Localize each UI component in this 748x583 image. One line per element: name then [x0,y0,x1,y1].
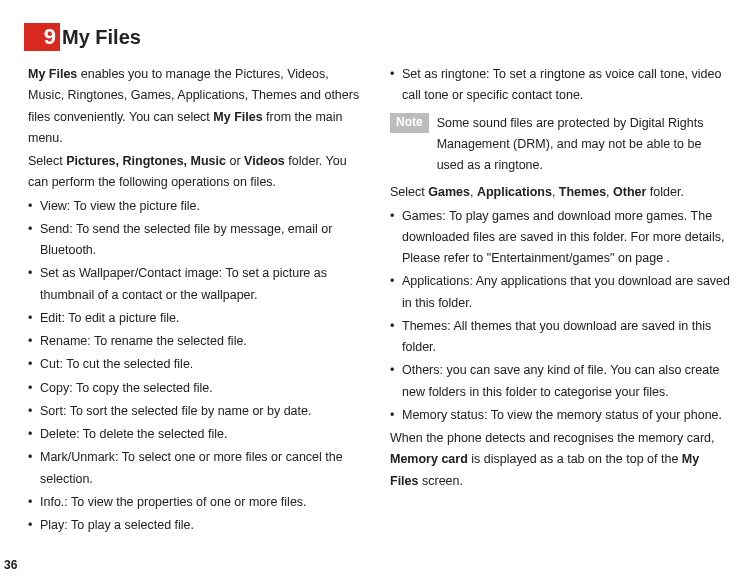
list-item: Others: you can save any kind of file. Y… [390,360,730,403]
select2-bold-4: Other [613,185,646,199]
chapter-number-badge: 9 [24,23,60,51]
closing-bold-1: Memory card [390,452,468,466]
note-text: Some sound files are protected by Digita… [429,113,730,177]
list-item: Send: To send the selected file by messa… [28,219,368,262]
select2-text-2: , [470,185,477,199]
select-paragraph-1: Select Pictures, Ringtones, Music or Vid… [28,151,368,194]
list-item: Set as Wallpaper/Contact image: To set a… [28,263,368,306]
select2-bold-3: Themes [559,185,606,199]
closing-paragraph: When the phone detects and recognises th… [390,428,730,492]
list-item: Delete: To delete the selected file. [28,424,368,445]
select-bold-1: Pictures, Ringtones, Music [66,154,226,168]
body-columns: My Files enables you to manage the Pictu… [28,64,730,564]
intro-bold-1: My Files [28,67,77,81]
list-item: Mark/Unmark: To select one or more files… [28,447,368,490]
select-paragraph-2: Select Games, Applications, Themes, Othe… [390,182,730,203]
list-item: Applications: Any applications that you … [390,271,730,314]
closing-text-2: is displayed as a tab on the top of the [468,452,682,466]
chapter-header: 9 My Files [24,20,730,54]
select-text-1: Select [28,154,66,168]
intro-paragraph: My Files enables you to manage the Pictu… [28,64,368,149]
intro-bold-2: My Files [213,110,262,124]
select2-bold-1: Games [428,185,470,199]
select2-text-5: folder. [646,185,684,199]
list-item: Rename: To rename the selected file. [28,331,368,352]
select2-text-3: , [552,185,559,199]
closing-text-3: screen. [419,474,463,488]
list-item: View: To view the picture file. [28,196,368,217]
list-item: Games: To play games and download more g… [390,206,730,270]
chapter-title: My Files [62,20,141,54]
select2-text-1: Select [390,185,428,199]
list-item: Play: To play a selected file. [28,515,368,536]
list-item: Cut: To cut the selected file. [28,354,368,375]
list-item: Info.: To view the properties of one or … [28,492,368,513]
select2-text-4: , [606,185,613,199]
note-box: Note Some sound files are protected by D… [390,113,730,177]
list-item: Copy: To copy the selected file. [28,378,368,399]
list-item: Edit: To edit a picture file. [28,308,368,329]
list-item: Memory status: To view the memory status… [390,405,730,426]
page-number: 36 [4,555,17,575]
select2-bold-2: Applications [477,185,552,199]
folders-list: Games: To play games and download more g… [390,206,730,427]
select-text-2: or [226,154,244,168]
note-label: Note [390,113,429,133]
list-item: Set as ringtone: To set a ringtone as vo… [390,64,730,107]
select-bold-2: Videos [244,154,285,168]
list-item: Sort: To sort the selected file by name … [28,401,368,422]
list-item: Themes: All themes that you download are… [390,316,730,359]
closing-text-1: When the phone detects and recognises th… [390,431,715,445]
